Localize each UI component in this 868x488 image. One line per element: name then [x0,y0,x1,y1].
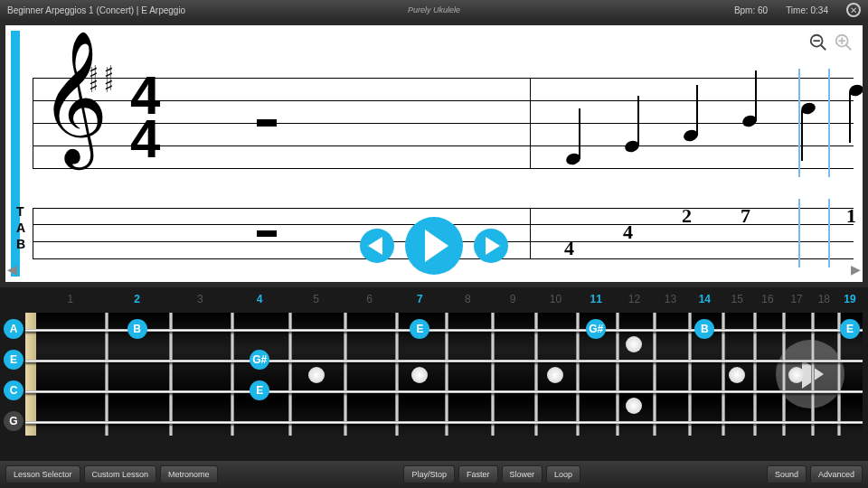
close-button[interactable]: ✕ [846,3,861,17]
fret-number: 19 [844,293,855,305]
bottom-bar: Lesson Selector Custom Lesson Metronome … [0,461,868,488]
open-string-C: C [4,380,24,400]
fret-number: 11 [590,293,601,305]
open-string-A: A [4,319,24,339]
play-stop-button[interactable]: Play/Stop [403,465,455,483]
zoom-out-icon[interactable] [808,33,828,52]
note-marker: E [250,380,269,400]
key-signature: ♯ ♯♯ ♯ [89,67,114,92]
time-signature: 4 4 [130,74,160,161]
rest-icon [257,119,277,127]
fret-number: 2 [134,293,140,305]
fret-numbers: 12345678910111213141516171819 [0,293,868,309]
notation-panel: 𝄞 ♯ ♯♯ ♯ 4 4 T A [0,20,868,287]
note-marker: G# [586,319,606,339]
scroll-right-icon[interactable]: ▶ [851,262,861,277]
zoom-in-icon[interactable] [834,33,854,52]
custom-lesson-button[interactable]: Custom Lesson [84,465,157,483]
metronome-button[interactable]: Metronome [160,465,218,483]
fret-number: 3 [197,293,203,305]
note-marker: B [127,319,147,339]
note-marker: E [410,319,429,339]
loop-button[interactable]: Loop [546,465,580,483]
advanced-button[interactable]: Advanced [810,465,863,483]
open-string-G: G [4,411,24,431]
fret-number: 14 [699,293,711,305]
playback-controls [360,217,508,275]
fret-number: 18 [818,293,830,305]
time-label: Time: 0:34 [786,5,828,15]
fret-number: 10 [550,293,561,305]
fret-number: 15 [731,293,742,305]
svg-line-4 [846,45,852,51]
app-brand: Purely Ukulele [408,5,460,14]
play-button[interactable] [405,217,463,275]
scroll-left-icon[interactable]: ◀ [7,262,17,277]
open-string-E: E [4,350,24,370]
prev-button[interactable] [360,229,394,263]
fret-number: 8 [465,293,471,305]
fret-number: 5 [313,293,319,305]
fret-number: 4 [257,293,263,305]
faster-button[interactable]: Faster [458,465,498,483]
top-bar: Beginner Arpeggios 1 (Concert) | E Arpeg… [0,0,868,20]
fretboard: BG#EEG#BE [25,313,863,436]
fret-number: 1 [68,293,74,305]
fret-number: 16 [761,293,773,305]
fret-number: 17 [790,293,802,305]
fret-number: 13 [665,293,676,305]
svg-line-1 [821,45,826,51]
note-marker: G# [250,350,269,370]
fret-number: 12 [628,293,640,305]
fret-number: 7 [417,293,423,305]
fretboard-panel: 12345678910111213141516171819 AECG BG#EE… [0,287,868,461]
lesson-selector-button[interactable]: Lesson Selector [5,465,80,483]
fret-number: 6 [366,293,373,305]
sound-button[interactable]: Sound [767,465,807,483]
note-marker: B [694,319,714,339]
next-button[interactable] [474,229,508,263]
lesson-title: Beginner Arpeggios 1 (Concert) | E Arpeg… [7,5,185,15]
note-marker: E [840,319,860,339]
slower-button[interactable]: Slower [502,465,543,483]
bpm-label: Bpm: 60 [734,5,768,15]
music-staff: 𝄞 ♯ ♯♯ ♯ 4 4 [33,78,854,168]
fret-number: 9 [510,293,516,305]
